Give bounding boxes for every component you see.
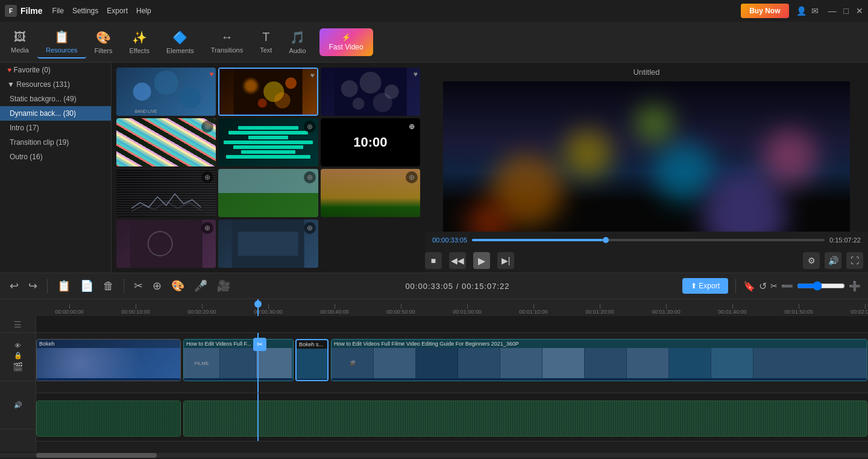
lock-icon[interactable]: 🔒 [14, 352, 22, 359]
tab-text[interactable]: T Text [251, 27, 280, 57]
ruler-11: 00:01:50:00 [766, 304, 832, 315]
close-button[interactable]: ✕ [856, 6, 863, 16]
paste-button[interactable]: 📄 [78, 277, 96, 295]
ruler-label-0: 00:00:00:00 [55, 309, 84, 315]
hamburger-icon[interactable]: ☰ [14, 320, 22, 329]
audio-clip-main[interactable] [183, 400, 867, 437]
favorite-heart-bokeh-street[interactable]: ♥ [310, 71, 315, 80]
favorite-heart-band-live[interactable]: ♥ [209, 70, 213, 78]
sidebar-item-outro[interactable]: Outro (16) [0, 150, 111, 164]
zoom-in-icon[interactable]: ➕ [849, 280, 861, 292]
download-digital-time[interactable]: ⊕ [406, 121, 418, 133]
ruler-label-5: 00:00:50:00 [386, 309, 415, 315]
menu-help[interactable]: Help [136, 7, 151, 15]
cut-icon[interactable]: ✂ [770, 281, 778, 291]
sidebar-item-intro[interactable]: Intro (17) [0, 121, 111, 135]
fullscreen-button[interactable]: ⛶ [846, 252, 863, 269]
clip-selected[interactable]: Bokeh s... [295, 339, 329, 381]
sidebar-item-static[interactable]: Static backgro... (49) [0, 92, 111, 106]
media-card-partial1[interactable]: ⊕ [116, 220, 216, 268]
mic-button[interactable]: 🎤 [192, 277, 210, 295]
clip-main-1[interactable]: How to Edit Videos Full F... FILME [183, 339, 294, 381]
undo-button[interactable]: ↩ [7, 277, 21, 295]
sidebar-item-dynamic[interactable]: Dynamic back... (30) [0, 106, 111, 121]
fast-video-button[interactable]: ⚡ Fast Video [319, 28, 373, 56]
buy-now-button[interactable]: Buy Now [741, 4, 788, 18]
tab-filters[interactable]: 🎨 Filters [86, 27, 121, 58]
video-track[interactable]: Bokeh How to Edit Videos Full F... FILME [36, 333, 868, 393]
clip-main-2[interactable]: How to Edit Videos Full Filme Video Edit… [331, 339, 867, 381]
sidebar-favorite[interactable]: ♥ Favorite (0) [0, 63, 111, 77]
menu-settings[interactable]: Settings [72, 7, 98, 15]
timeline-tracks[interactable]: ☰ 👁 🔒 🎬 🔊 Bokeh [0, 316, 868, 452]
user-icon[interactable]: 👤 [796, 6, 807, 16]
zoom-out-icon[interactable]: ➖ [781, 280, 793, 292]
crop-button[interactable]: ✂ [131, 277, 145, 295]
timeline-scrollbar[interactable] [0, 453, 868, 458]
media-card-digital-time[interactable]: 10:00 ⊕ Digital time [321, 118, 420, 166]
media-card-bokeh[interactable]: ♥ Bokeh [321, 68, 420, 116]
stop-button[interactable]: ■ [425, 252, 442, 269]
tab-effects[interactable]: ✨ Effects [121, 27, 158, 58]
tab-elements[interactable]: 🔷 Elements [158, 27, 203, 58]
bookmark-icon[interactable]: 🔖 [743, 280, 755, 292]
media-card-data-encrypting[interactable]: ⊕ Data Encrypting [218, 118, 318, 166]
redo-button[interactable]: ↪ [26, 277, 40, 295]
clip-bokeh[interactable]: Bokeh [36, 339, 181, 381]
audio-clip-bokeh[interactable] [36, 400, 181, 437]
sidebar-resources-header[interactable]: ▼ Resources (131) [0, 77, 111, 92]
minimize-button[interactable]: — [828, 6, 837, 16]
next-frame-button[interactable]: ▶| [497, 252, 514, 269]
ruler-3: 00:00:30:00 [235, 304, 301, 315]
ruler-label-9: 00:01:30:00 [652, 309, 681, 315]
tab-media[interactable]: 🖼 Media [2, 27, 37, 57]
copy-button[interactable]: 📋 [55, 277, 73, 295]
clip-selected-thumb [297, 349, 327, 379]
timeline-scrollbar-thumb[interactable] [36, 453, 157, 458]
media-thumb-band-live: BAND LIVE ♥ [116, 68, 216, 116]
divider-1 [47, 279, 48, 293]
tab-audio[interactable]: 🎵 Audio [280, 27, 314, 58]
play-button[interactable]: ▶ [473, 252, 490, 269]
media-card-dogs[interactable]: ⊕ Dogs [218, 169, 318, 217]
media-card-partial2[interactable]: ⊕ [218, 220, 318, 268]
eye-icon[interactable]: 👁 [14, 342, 21, 349]
download-partial2[interactable]: ⊕ [304, 222, 316, 234]
volume-button[interactable]: 🔊 [825, 252, 841, 269]
download-dogs[interactable]: ⊕ [304, 171, 316, 183]
media-card-colored-lines[interactable]: ⊕ Colored lines [116, 118, 216, 166]
camera-button[interactable]: 🎥 [215, 277, 233, 295]
color-button[interactable]: 🎨 [169, 277, 187, 295]
media-card-bokeh-street[interactable]: ♥ Bokeh street [218, 68, 318, 116]
tab-transitions-label: Transitions [211, 46, 243, 54]
preview-scrubber[interactable] [472, 239, 825, 241]
prev-frame-button[interactable]: ◀◀ [449, 252, 466, 269]
media-card-farm[interactable]: ⊕ Farm [321, 169, 420, 217]
media-card-band-live[interactable]: BAND LIVE ♥ Band live [116, 68, 216, 116]
sidebar-item-transition-clip[interactable]: Transition clip (19) [0, 135, 111, 150]
media-card-digital-waves[interactable]: ⊕ Digital waves [116, 169, 216, 217]
export-button[interactable]: ⬆ Export [682, 278, 728, 294]
maximize-button[interactable]: □ [844, 6, 849, 16]
delete-button[interactable]: 🗑 [101, 277, 116, 295]
ruler-marks: 00:00:00:00 00:00:10:00 00:00:20:00 00:0… [36, 304, 868, 315]
divider-3 [735, 279, 736, 293]
menu-export[interactable]: Export [107, 7, 128, 15]
zoom-slider[interactable] [797, 281, 845, 291]
divider-2 [124, 279, 124, 293]
download-farm[interactable]: ⊕ [406, 171, 418, 183]
scrubber-thumb[interactable] [603, 237, 609, 243]
undo-timeline-icon[interactable]: ↺ [759, 280, 767, 292]
menu-file[interactable]: File [52, 7, 64, 15]
svg-point-0 [133, 83, 151, 101]
favorite-heart-bokeh[interactable]: ♥ [414, 70, 418, 78]
speaker-icon[interactable]: 🔊 [14, 401, 22, 409]
mail-icon[interactable]: ✉ [811, 6, 819, 16]
download-data-encrypting[interactable]: ⊕ [304, 121, 316, 133]
film-icon[interactable]: 🎬 [13, 362, 23, 372]
split-button[interactable]: ⊕ [150, 277, 164, 295]
settings-button[interactable]: ⚙ [803, 252, 820, 269]
tab-resources[interactable]: 📋 Resources [37, 26, 86, 59]
audio-track-row[interactable] [36, 393, 868, 442]
tab-transitions[interactable]: ↔ Transitions [203, 27, 251, 57]
